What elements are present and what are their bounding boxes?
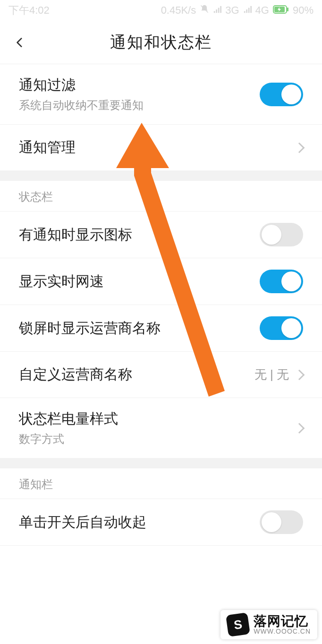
chevron-right-icon: [294, 369, 305, 380]
signal-icon-1: [213, 4, 221, 17]
status-net2: 4G: [255, 4, 269, 17]
watermark-text: 落网记忆: [254, 614, 311, 628]
row-value: 无 | 无: [254, 366, 289, 383]
row-label: 自定义运营商名称: [19, 365, 132, 384]
section-header-statusbar: 状态栏: [0, 181, 322, 211]
row-label: 锁屏时显示运营商名称: [19, 319, 161, 338]
row-label: 通知过滤: [19, 76, 144, 95]
back-button[interactable]: [9, 32, 30, 53]
status-bar: 下午4:02 0.45K/s 3G 4G 90%: [0, 0, 322, 21]
row-label: 显示实时网速: [19, 272, 104, 291]
header: 通知和状态栏: [0, 21, 322, 64]
toggle-show-icon[interactable]: [260, 223, 303, 246]
row-notification-management[interactable]: 通知管理: [0, 124, 322, 170]
row-label: 有通知时显示图标: [19, 225, 132, 245]
row-notification-filter[interactable]: 通知过滤 系统自动收纳不重要通知: [0, 64, 322, 124]
watermark-url: WWW.OOOC.CN: [254, 628, 311, 635]
row-show-icon-on-notification[interactable]: 有通知时显示图标: [0, 211, 322, 258]
row-sublabel: 系统自动收纳不重要通知: [19, 98, 144, 113]
row-label: 通知管理: [19, 138, 76, 157]
row-sublabel: 数字方式: [19, 432, 118, 447]
toggle-notification-filter[interactable]: [260, 83, 303, 106]
chevron-right-icon: [294, 423, 305, 433]
row-collapse-after-toggle[interactable]: 单击开关后自动收起: [0, 499, 322, 545]
watermark-logo-icon: S: [226, 612, 250, 637]
toggle-carrier-lockscreen[interactable]: [260, 316, 303, 340]
row-label: 状态栏电量样式: [19, 409, 118, 429]
status-net1: 3G: [225, 4, 239, 17]
row-show-network-speed[interactable]: 显示实时网速: [0, 258, 322, 305]
svg-rect-3: [287, 8, 288, 11]
watermark: S 落网记忆 WWW.OOOC.CN: [220, 610, 317, 639]
row-battery-style[interactable]: 状态栏电量样式 数字方式: [0, 398, 322, 458]
group-statusbar: 状态栏 有通知时显示图标 显示实时网速 锁屏时显示运营商名称 自定义运营商名称 …: [0, 181, 322, 458]
battery-icon: [273, 4, 289, 17]
toggle-collapse-after[interactable]: [260, 510, 303, 534]
row-label: 单击开关后自动收起: [19, 513, 146, 532]
toggle-network-speed[interactable]: [260, 270, 303, 293]
chevron-right-icon: [294, 142, 305, 153]
row-custom-carrier-name[interactable]: 自定义运营商名称 无 | 无: [0, 351, 322, 398]
signal-icon-2: [243, 4, 252, 17]
page-title: 通知和状态栏: [110, 32, 212, 53]
section-header-shade: 通知栏: [0, 468, 322, 499]
status-netspeed: 0.45K/s: [161, 4, 196, 17]
group-notifications: 通知过滤 系统自动收纳不重要通知 通知管理: [0, 64, 322, 170]
row-show-carrier-lockscreen[interactable]: 锁屏时显示运营商名称: [0, 305, 322, 351]
status-battery: 90%: [293, 4, 314, 17]
status-time: 下午4:02: [8, 3, 50, 17]
mute-icon: [200, 4, 209, 17]
chevron-left-icon: [14, 36, 26, 49]
